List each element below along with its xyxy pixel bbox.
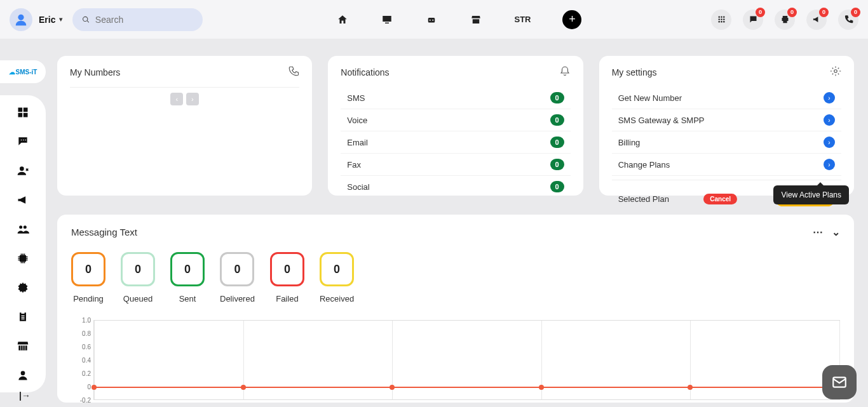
search-input[interactable] <box>95 15 194 25</box>
messaging-title: Messaging Text <box>71 227 137 237</box>
messaging-chart: 1.00.80.60.40.20-0.2 <box>71 320 840 403</box>
svg-rect-13 <box>18 108 23 112</box>
brand-logo[interactable]: ☁SMS-iT <box>0 60 46 83</box>
notification-row[interactable]: Voice0 <box>341 109 570 131</box>
cancel-plan-button[interactable]: Cancel <box>703 194 737 204</box>
sidebar-megaphone-icon[interactable] <box>15 192 31 208</box>
chart-point <box>92 385 97 390</box>
numbers-next-button[interactable]: › <box>186 93 199 105</box>
selected-plan-label: Selected Plan <box>618 194 669 204</box>
y-tick: 0.8 <box>82 330 91 337</box>
sidebar-people-icon[interactable] <box>15 222 31 237</box>
stat-pending[interactable]: 0Pending <box>71 252 105 304</box>
notification-count: 0 <box>550 114 564 126</box>
support-fab[interactable] <box>822 365 857 399</box>
svg-point-7 <box>718 18 720 20</box>
username[interactable]: Eric <box>39 15 55 25</box>
svg-rect-1 <box>428 18 435 23</box>
sidebar-chat-icon[interactable] <box>15 134 31 149</box>
sidebar-marketplace-icon[interactable] <box>15 338 31 354</box>
svg-rect-14 <box>24 108 28 112</box>
notification-label: SMS <box>347 93 365 103</box>
gear-icon[interactable] <box>830 65 841 79</box>
svg-point-19 <box>25 140 26 141</box>
notification-row[interactable]: Email0 <box>341 131 570 154</box>
robot-icon[interactable] <box>425 13 438 26</box>
stat-value: 0 <box>220 252 254 286</box>
chart-point <box>241 385 246 390</box>
notification-row[interactable]: SMS0 <box>341 87 570 109</box>
phone-outline-icon[interactable] <box>288 65 299 79</box>
view-active-plans-tooltip: View Active Plans <box>773 185 849 204</box>
notification-label: Email <box>347 138 368 147</box>
messaging-card: Messaging Text ⋯ ⌄ 0Pending0Queued0Sent0… <box>57 215 854 403</box>
svg-point-10 <box>718 21 720 23</box>
svg-point-9 <box>723 18 725 20</box>
print-badge: 0 <box>787 8 797 17</box>
stat-received[interactable]: 0Received <box>320 252 354 304</box>
card-title: My Numbers <box>70 67 120 77</box>
print-icon[interactable]: 0 <box>775 10 795 30</box>
chevron-right-icon: › <box>824 159 835 170</box>
phone-icon[interactable]: 0 <box>838 10 858 30</box>
search-input-group[interactable] <box>72 8 203 31</box>
str-nav[interactable]: STR <box>514 15 531 24</box>
notifications-card: Notifications SMS0Voice0Email0Fax0Social… <box>328 56 583 196</box>
search-icon <box>82 15 90 24</box>
notification-row[interactable]: Fax0 <box>341 154 570 176</box>
chat-icon[interactable]: 0 <box>743 10 763 30</box>
sidebar-gear-icon[interactable] <box>15 280 31 295</box>
stat-value: 0 <box>270 252 304 286</box>
apps-grid-icon[interactable] <box>711 10 731 30</box>
settings-row[interactable]: Change Plans› <box>612 154 841 176</box>
stat-delivered[interactable]: 0Delivered <box>220 252 255 304</box>
user-avatar[interactable] <box>10 8 32 31</box>
sidebar-contact-icon[interactable] <box>15 163 31 178</box>
card-more-icon[interactable]: ⋯ <box>813 226 823 238</box>
svg-point-20 <box>20 166 24 171</box>
bell-icon[interactable] <box>559 65 571 79</box>
svg-point-12 <box>723 21 725 23</box>
y-tick: -0.2 <box>80 397 91 404</box>
stat-failed[interactable]: 0Failed <box>270 252 304 304</box>
stat-queued[interactable]: 0Queued <box>121 252 155 304</box>
settings-row[interactable]: SMS Gateway & SMPP› <box>612 109 841 131</box>
sidebar-clipboard-icon[interactable] <box>15 309 31 324</box>
svg-rect-16 <box>24 113 28 117</box>
y-tick: 0.4 <box>82 357 91 364</box>
numbers-prev-button[interactable]: ‹ <box>170 93 183 105</box>
notification-count: 0 <box>550 159 564 170</box>
sidebar-collapse-icon[interactable]: |→ <box>19 390 31 401</box>
settings-label: SMS Gateway & SMPP <box>618 116 705 125</box>
sidebar-dashboard-icon[interactable] <box>15 105 31 120</box>
store-icon[interactable] <box>470 13 482 26</box>
sidebar-user-icon[interactable] <box>15 368 31 383</box>
svg-point-0 <box>18 14 24 20</box>
home-icon[interactable] <box>336 13 349 26</box>
phone-badge: 0 <box>851 8 860 17</box>
add-button[interactable]: + <box>562 10 581 29</box>
sidebar-chip-icon[interactable] <box>15 251 31 266</box>
svg-point-5 <box>721 17 722 18</box>
notification-label: Voice <box>347 116 367 125</box>
chevron-right-icon: › <box>824 137 835 148</box>
svg-point-21 <box>19 225 22 229</box>
svg-point-6 <box>723 17 725 18</box>
settings-row[interactable]: Get New Number› <box>612 87 841 109</box>
notification-row[interactable]: Social0 <box>341 176 570 197</box>
svg-point-11 <box>721 21 722 23</box>
svg-point-2 <box>430 19 431 20</box>
stat-label: Sent <box>179 294 196 304</box>
main-content: My Numbers ‹ › Notifications SMS0Voice0E… <box>57 56 854 403</box>
chat-badge: 0 <box>756 8 765 17</box>
card-collapse-icon[interactable]: ⌄ <box>832 226 840 238</box>
notification-count: 0 <box>550 92 564 103</box>
settings-row[interactable]: Billing› <box>612 131 841 154</box>
stat-sent[interactable]: 0Sent <box>170 252 205 304</box>
user-menu-chevron-icon[interactable]: ▾ <box>59 15 63 23</box>
announce-icon[interactable]: 0 <box>806 10 827 30</box>
header-right: 0 0 0 0 <box>711 10 858 30</box>
stat-value: 0 <box>71 252 105 286</box>
header: Eric ▾ STR + 0 0 0 0 <box>0 0 868 39</box>
monitor-icon[interactable] <box>381 13 393 26</box>
